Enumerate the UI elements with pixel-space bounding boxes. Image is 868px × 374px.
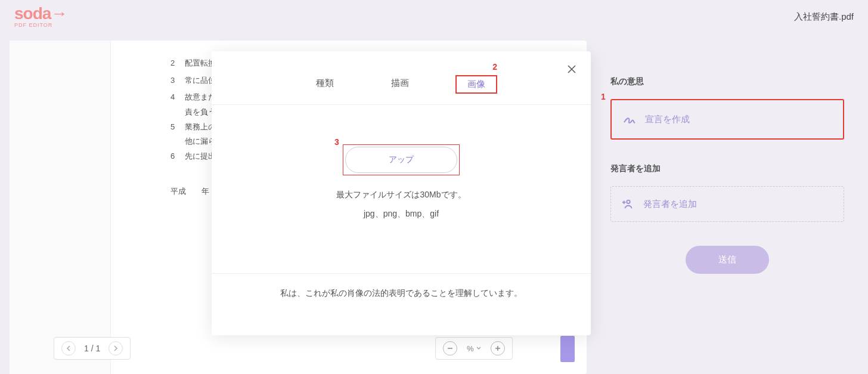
tab-type[interactable]: 種類: [305, 75, 345, 94]
chevron-right-icon: [113, 345, 118, 351]
modal-tabs: 種類 描画 2 画像: [212, 51, 591, 105]
zoom-in-button[interactable]: [491, 341, 505, 356]
chevron-down-icon: [476, 347, 481, 350]
app-header: soda→ PDF EDITOR 入社誓約書.pdf: [0, 0, 868, 33]
chevron-left-icon: [66, 345, 71, 351]
next-page-button[interactable]: [108, 341, 123, 356]
scroll-indicator[interactable]: [560, 336, 575, 362]
create-declaration-label: 宣言を作成: [645, 114, 690, 125]
side-panel: 私の意思 1 宣言を作成 発言者を追加 発言者を追加 送信: [596, 41, 858, 374]
logo-text: soda: [14, 4, 51, 23]
add-speaker-label: 発言者を追加: [643, 199, 697, 210]
logo: soda→ PDF EDITOR: [14, 5, 67, 28]
close-icon: [567, 64, 576, 74]
filename-label: 入社誓約書.pdf: [794, 11, 854, 23]
tab-image[interactable]: 2 画像: [455, 75, 497, 94]
send-button[interactable]: 送信: [686, 246, 769, 274]
create-declaration-button[interactable]: 1 宣言を作成: [610, 99, 844, 140]
plus-icon: [494, 345, 501, 352]
signature-modal: 種類 描画 2 画像 3 アップ 最大ファイルサイズは30Mbです。 jpg、p…: [212, 51, 591, 335]
modal-body: 3 アップ 最大ファイルサイズは30Mbです。 jpg、png、bmp、gif …: [212, 105, 591, 299]
signature-icon: [622, 112, 637, 126]
thumbnail-strip[interactable]: [10, 41, 111, 374]
minus-icon: [447, 345, 454, 352]
disclaimer-label: 私は、これが私の肖像の法的表明であることを理解しています。: [212, 273, 591, 299]
upload-button[interactable]: アップ: [345, 147, 457, 173]
callout-3: 3: [334, 137, 339, 147]
prev-page-button[interactable]: [61, 341, 76, 356]
add-person-icon: [622, 197, 635, 211]
page-indicator: 1 / 1: [82, 344, 103, 353]
add-speaker-title: 発言者を追加: [610, 163, 844, 174]
callout-1: 1: [601, 92, 606, 101]
zoom-out-button[interactable]: [443, 341, 457, 356]
callout-2: 2: [492, 62, 497, 72]
tab-draw[interactable]: 描画: [380, 75, 420, 94]
formats-label: jpg、png、bmp、gif: [212, 209, 591, 220]
logo-subtext: PDF EDITOR: [14, 22, 67, 28]
zoom-controls: %: [435, 337, 513, 360]
intention-title: 私の意思: [610, 76, 844, 87]
add-speaker-button[interactable]: 発言者を追加: [610, 186, 844, 222]
close-button[interactable]: [565, 62, 579, 76]
page-navigation: 1 / 1: [54, 337, 131, 360]
svg-point-0: [627, 200, 630, 204]
zoom-percent[interactable]: %: [463, 344, 485, 353]
max-size-label: 最大ファイルサイズは30Mbです。: [212, 190, 591, 200]
logo-arrow-icon: →: [51, 5, 67, 22]
